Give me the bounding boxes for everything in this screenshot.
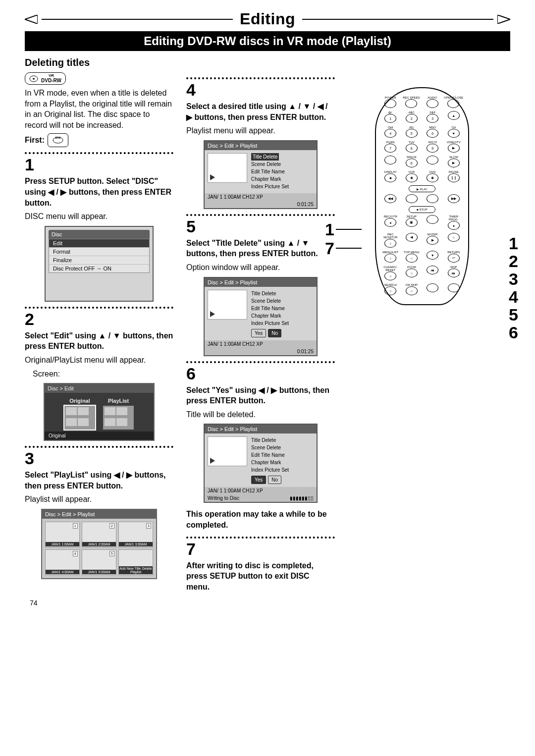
remote-button[interactable] [427, 283, 438, 292]
remote-button[interactable]: 4 [384, 129, 396, 138]
dvd-rw-label: DVD-RW [41, 78, 61, 83]
remote-button[interactable]: 9 [427, 144, 438, 153]
remote-button[interactable]: ○ [384, 239, 396, 248]
menu-item: Scene Delete [251, 444, 314, 451]
remote-button[interactable]: ▼ [427, 251, 438, 260]
step-4-title: Select a desired title using ▲ / ▼ / ◀ /… [186, 101, 335, 122]
osd-disc-menu: Disc Edit Format Finalize Disc Protect O… [45, 226, 154, 302]
remote-button[interactable]: 2 [406, 114, 418, 123]
osd-item: Disc Protect OFF → ON [49, 265, 149, 272]
remote-button[interactable]: ⏭ [448, 269, 460, 277]
tab-original: Original [64, 398, 95, 404]
menu-item: Chapter Mark [251, 459, 314, 466]
remote-label: REC MONITOR [381, 233, 400, 239]
remote-button[interactable] [406, 194, 418, 203]
osd-preview-icon [208, 436, 247, 466]
remote-button[interactable]: ● [384, 218, 396, 227]
osd-edit-footer: Original [45, 432, 154, 440]
step-3-after: Playlist will appear. [25, 494, 173, 505]
callout-right-1: 1 [509, 234, 518, 253]
remote-button[interactable] [448, 283, 460, 292]
title-band: Editing [25, 10, 510, 28]
remote-button[interactable]: ▶ [448, 144, 460, 153]
step-6-title: Select "Yes" using ◀ / ▶ buttons, then p… [186, 385, 335, 406]
step-5-title: Select "Title Delete" using ▲ / ▼ button… [186, 238, 335, 259]
remote-button[interactable]: ▼ [448, 129, 460, 138]
remote-button[interactable]: ○ [406, 254, 418, 263]
osd-item: Finalize [49, 256, 149, 265]
divider [186, 361, 335, 363]
remote-button[interactable]: ○ [406, 286, 418, 295]
remote-button[interactable]: ◀ [406, 233, 418, 242]
step-1-after: DISC menu will appear. [25, 211, 173, 222]
remote-button[interactable]: ○ [406, 269, 418, 277]
menu-item: Edit Title Name [251, 451, 314, 459]
remote-button[interactable] [447, 99, 459, 108]
remote-button[interactable]: ⏮ [427, 266, 438, 274]
step-4-num: 4 [186, 81, 335, 98]
remote-button[interactable] [384, 156, 396, 164]
remote-button[interactable] [405, 99, 417, 108]
divider [186, 77, 335, 79]
callout-right-5: 5 [509, 305, 518, 324]
remote-play-button[interactable]: ▶ PLAY [409, 185, 435, 192]
remote-button[interactable]: ◉ [427, 173, 438, 182]
remote-button[interactable]: ● [448, 221, 460, 230]
remote-button[interactable]: 3 [427, 114, 438, 123]
menu-item: Edit Title Name [251, 168, 314, 175]
remote-button[interactable]: ○ [384, 254, 396, 263]
step-7-num: 7 [186, 540, 335, 557]
remote-label: CLEAR/C-RESET [381, 266, 400, 271]
remote-button[interactable]: ❙❙ [448, 173, 460, 182]
remote-button[interactable]: ■ [384, 173, 396, 182]
step-2-num: 2 [25, 311, 173, 327]
menu-item: Index Picture Set [251, 320, 314, 327]
menu-item: Chapter Mark [251, 312, 314, 320]
remote-button[interactable]: ▶▶ [448, 194, 460, 203]
remote-button[interactable]: ▲ [448, 111, 460, 120]
remote-button[interactable]: ◀◀ [384, 194, 396, 203]
remote-button[interactable]: 8 [406, 144, 418, 153]
remote-button[interactable]: 6 [427, 129, 438, 138]
svg-point-3 [33, 78, 35, 79]
remote-button[interactable]: ○ [384, 286, 396, 295]
title-arrow-left-icon [25, 15, 38, 24]
remote-button[interactable] [427, 156, 438, 164]
remote-button[interactable]: 5 [406, 129, 418, 138]
remote-stop-button[interactable]: ■ STOP [409, 206, 435, 213]
remote-button[interactable] [427, 99, 438, 108]
remote-button[interactable]: ◉ [406, 173, 418, 182]
step-4-after: Playlist menu will appear. [186, 125, 335, 136]
step-3-num: 3 [25, 450, 173, 467]
menu-item: Chapter Mark [251, 175, 314, 183]
callout-left-1: 1 [325, 220, 334, 239]
remote-button[interactable]: ○ [384, 271, 396, 280]
menu-item: Scene Delete [251, 297, 314, 305]
section-heading: Deleting titles [25, 57, 510, 68]
remote-button[interactable]: 7 [384, 144, 396, 153]
remote-button[interactable]: ▶ [448, 159, 460, 167]
osd-edit-header: Disc > Edit [45, 384, 154, 393]
remote-button[interactable]: 0 [406, 159, 418, 167]
remote-button[interactable]: ○ [448, 233, 460, 242]
step-5-after: Option window will appear. [186, 262, 335, 273]
remote-button[interactable] [427, 215, 438, 224]
no-option: No [268, 476, 281, 484]
callout-right-3: 3 [509, 270, 518, 289]
remote-button[interactable]: ▣ [406, 218, 418, 227]
remote-button[interactable]: ↩ [448, 254, 460, 263]
vr-label: VR [49, 74, 54, 78]
divider [186, 537, 335, 539]
menu-item: Title Delete [251, 153, 279, 161]
playlist-cell: 1JAN/1 1:00AM [45, 522, 80, 547]
menu-item: Index Picture Set [251, 183, 314, 190]
playlist-cell: 2JAN/1 2:00AM [82, 522, 116, 547]
osd-footer-left: JAN/ 1 1:00AM CH12 XP [208, 194, 263, 200]
remote-button[interactable]: ▶ [427, 236, 438, 245]
osd-preview-icon [208, 153, 247, 183]
remote-button[interactable]: 1 [384, 114, 396, 123]
writing-label: Writing to Disc [208, 495, 239, 501]
osd-playlist-menu-3: Disc > Edit > Playlist Title Delete Scen… [204, 424, 318, 503]
remote-button[interactable] [427, 194, 438, 203]
remote-button[interactable] [384, 99, 396, 108]
